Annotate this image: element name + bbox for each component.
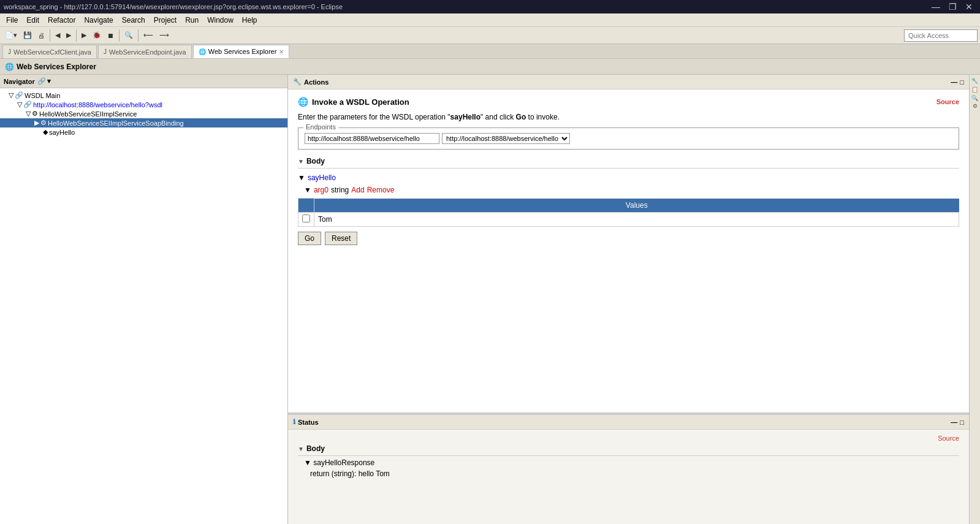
- status-body-collapse[interactable]: ▼: [298, 446, 304, 452]
- action-buttons: Go Reset: [298, 232, 959, 245]
- tb-run-btn[interactable]: ▶: [79, 30, 89, 40]
- operation-label: sayHello: [49, 129, 75, 136]
- tb-back-btn[interactable]: ◀: [53, 30, 63, 40]
- tb-sep3: [119, 29, 120, 42]
- status-source-link[interactable]: Source: [298, 435, 959, 442]
- operation-icon: ◆: [43, 128, 48, 136]
- say-hello-collapse[interactable]: ▼: [298, 173, 305, 182]
- status-header-label: Status: [298, 419, 319, 426]
- content-area: 🔧 Actions — □ 🌐 Invoke a WSDL Operation …: [288, 75, 969, 524]
- status-info-icon: ℹ: [293, 418, 295, 426]
- tb-search-btn[interactable]: 🔍: [122, 30, 135, 40]
- menu-project[interactable]: Project: [150, 15, 180, 25]
- tab-webclient[interactable]: J WebServiceCxfClient.java: [2, 45, 97, 58]
- menu-search[interactable]: Search: [118, 15, 149, 25]
- row-value-cell[interactable]: Tom: [314, 212, 959, 226]
- right-icon-2[interactable]: 📋: [972, 86, 978, 93]
- menu-file[interactable]: File: [2, 15, 21, 25]
- tb-nav-fwd[interactable]: ⟶: [157, 30, 172, 40]
- tb-stop-btn[interactable]: ⏹: [105, 31, 116, 40]
- menu-run[interactable]: Run: [181, 15, 202, 25]
- say-hello-response-row: ▼ sayHelloResponse: [298, 458, 959, 467]
- tree-expand-icon2: ▽: [17, 101, 22, 108]
- endpoints-label: Endpoints: [303, 123, 338, 131]
- actions-source-link[interactable]: Source: [936, 98, 959, 105]
- body-section-header: ▼ Body: [298, 157, 959, 169]
- invoke-title-row: 🌐 Invoke a WSDL Operation Source: [298, 97, 959, 107]
- service-label: HelloWebServiceSEIImplService: [39, 110, 137, 118]
- reset-button[interactable]: Reset: [325, 232, 357, 245]
- right-icon-1[interactable]: 🔧: [972, 77, 978, 84]
- navigator-header: Navigator 🔗 ▾: [0, 75, 287, 88]
- actions-minimize-icon[interactable]: —: [951, 78, 957, 86]
- tab-wsexplorer[interactable]: 🌐 Web Services Explorer ✕: [193, 45, 290, 58]
- minimize-button[interactable]: —: [928, 2, 944, 12]
- tree-operation-item[interactable]: ◆ sayHello: [0, 127, 287, 137]
- values-header: Values: [314, 199, 959, 213]
- tb-nav-back[interactable]: ⟵: [141, 30, 156, 40]
- tb-save-btn[interactable]: 💾: [21, 30, 34, 40]
- right-icon-4[interactable]: ⚙: [972, 103, 978, 109]
- body-label: Body: [306, 157, 325, 165]
- navigator-icons: 🔗 ▾: [37, 77, 51, 85]
- quick-access-input[interactable]: [904, 29, 978, 42]
- maximize-button[interactable]: ❐: [945, 2, 960, 12]
- row-checkbox[interactable]: [302, 215, 310, 222]
- tb-print-btn[interactable]: 🖨: [36, 31, 47, 40]
- tab-endpoint[interactable]: J WebServiceEndpoint.java: [98, 45, 192, 58]
- tree-binding-item[interactable]: ▶ ⚙ HelloWebServiceSEIImplServiceSoapBin…: [0, 118, 287, 127]
- endpoint-input[interactable]: [305, 133, 439, 144]
- title-bar: workspace_spring - http://127.0.0.1:5791…: [0, 0, 980, 13]
- main-area: Navigator 🔗 ▾ ▽ 🔗 WSDL Main ▽ 🔗 http://l…: [0, 75, 980, 524]
- nav-menu-icon[interactable]: ▾: [47, 77, 51, 85]
- tab-close-icon[interactable]: ✕: [279, 48, 284, 55]
- tree-service-item[interactable]: ▽ ⚙ HelloWebServiceSEIImplService: [0, 109, 287, 118]
- endpoints-box: Endpoints http://localhost:8888/webservi…: [298, 127, 959, 150]
- actions-header: 🔧 Actions — □: [288, 75, 969, 89]
- status-header: ℹ Status — □: [288, 415, 969, 430]
- remove-link[interactable]: Remove: [367, 186, 395, 194]
- tab-webclient-label: WebServiceCxfClient.java: [13, 48, 91, 56]
- nav-sync-icon[interactable]: 🔗: [37, 77, 46, 85]
- row-checkbox-cell: [298, 212, 314, 226]
- go-button[interactable]: Go: [298, 232, 321, 245]
- response-collapse[interactable]: ▼: [304, 458, 311, 467]
- close-button[interactable]: ✕: [962, 2, 976, 12]
- tb-sep2: [76, 29, 77, 42]
- status-body-section: ▼ Body ▼ sayHelloResponse return (string…: [298, 444, 959, 478]
- right-icon-3[interactable]: 🔍: [972, 94, 978, 101]
- arg0-row: ▼ arg0 string Add Remove: [298, 186, 959, 194]
- tb-new-btn[interactable]: 📄▾: [2, 30, 20, 40]
- tree-wsdl-main[interactable]: ▽ 🔗 WSDL Main: [0, 91, 287, 100]
- say-hello-row: ▼ sayHello: [298, 173, 959, 182]
- body-collapse-btn[interactable]: ▼: [298, 158, 304, 165]
- tb-fwd-btn[interactable]: ▶: [64, 30, 74, 40]
- endpoint-dropdown[interactable]: http://localhost:8888/webservice/hello: [442, 133, 570, 144]
- tb-sep1: [50, 29, 50, 42]
- tb-debug-btn[interactable]: 🐞: [90, 30, 104, 40]
- values-table: Values Tom: [298, 198, 959, 227]
- title-text: workspace_spring - http://127.0.0.1:5791…: [4, 3, 343, 10]
- say-hello-response-label: sayHelloResponse: [313, 458, 374, 467]
- arg0-link[interactable]: arg0: [314, 186, 329, 194]
- tab-endpoint-label: WebServiceEndpoint.java: [109, 48, 186, 56]
- endpoints-select: http://localhost:8888/webservice/hello: [305, 133, 952, 144]
- actions-maximize-icon[interactable]: □: [960, 78, 964, 86]
- toolbar: 📄▾ 💾 🖨 ◀ ▶ ▶ 🐞 ⏹ 🔍 ⟵ ⟶: [0, 27, 980, 44]
- tree-url-item[interactable]: ▽ 🔗 http://localhost:8888/webservice/hel…: [0, 100, 287, 109]
- menu-help[interactable]: Help: [238, 15, 261, 25]
- navigator-panel: Navigator 🔗 ▾ ▽ 🔗 WSDL Main ▽ 🔗 http://l…: [0, 75, 288, 524]
- menu-navigate[interactable]: Navigate: [80, 15, 116, 25]
- say-hello-link[interactable]: sayHello: [308, 173, 336, 182]
- table-check-header: [298, 199, 314, 213]
- status-minimize-icon[interactable]: —: [951, 419, 957, 426]
- invoke-title-text: Invoke a WSDL Operation: [312, 97, 409, 107]
- tab-endpoint-icon: J: [104, 48, 107, 55]
- menu-refactor[interactable]: Refactor: [44, 15, 79, 25]
- add-link[interactable]: Add: [351, 186, 364, 194]
- status-maximize-icon[interactable]: □: [960, 419, 964, 426]
- wsdl-url-link[interactable]: http://localhost:8888/webservice/hello?w…: [33, 101, 162, 108]
- arg0-collapse[interactable]: ▼: [304, 186, 311, 194]
- menu-window[interactable]: Window: [203, 15, 237, 25]
- menu-edit[interactable]: Edit: [23, 15, 43, 25]
